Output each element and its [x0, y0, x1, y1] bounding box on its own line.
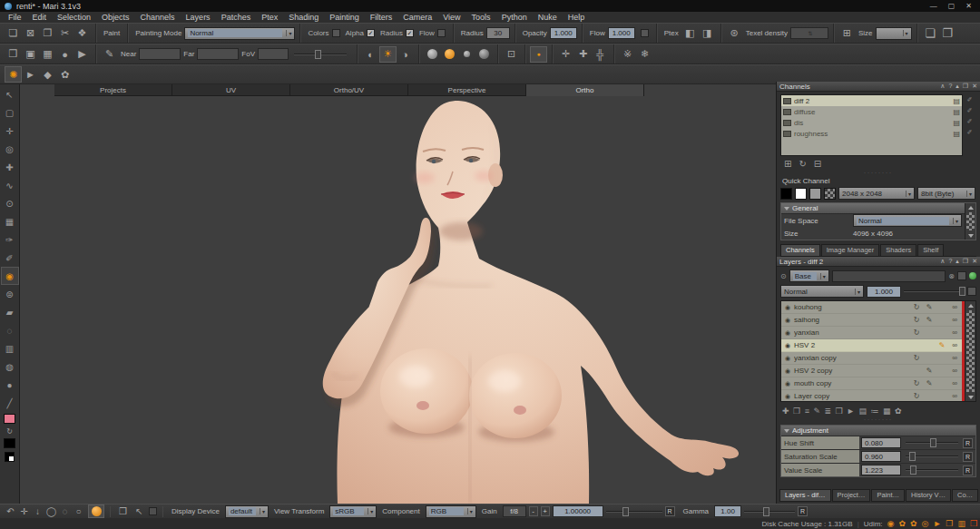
layer-cache-icon[interactable]: ↻ [911, 303, 922, 311]
blur-sphere-tool-icon[interactable]: ● [1, 376, 19, 394]
layer-visibility-icon[interactable]: ◉ [783, 304, 792, 311]
tab-project[interactable]: Project… [832, 489, 871, 502]
fov-slider[interactable] [294, 54, 347, 55]
layer-link-icon[interactable]: ∞ [949, 379, 960, 387]
tab-image-manager[interactable]: Image Manager [821, 244, 880, 256]
general-section-header[interactable]: General [781, 203, 965, 214]
remove-layer-icon[interactable]: ✿ [895, 407, 902, 416]
tab-shaders[interactable]: Shaders [880, 244, 916, 256]
radius-checkbox[interactable]: Radius [380, 29, 414, 37]
layer-row-mouth-copy[interactable]: ◉ mouth copy ↻ ✎ ✎ ∞ [781, 377, 962, 390]
minimize-button[interactable]: — [930, 2, 937, 10]
add-paint-layer-icon[interactable]: ✎ [813, 407, 820, 416]
channel-item-roughness[interactable]: roughness ▤ [781, 128, 962, 139]
layer-link-icon[interactable]: ∞ [949, 354, 960, 362]
adjustment-value-field[interactable]: 0.960 [861, 451, 901, 462]
default-colors-icon[interactable] [5, 452, 15, 462]
layer-paint-icon[interactable]: ✎ [924, 303, 935, 311]
3d-viewport[interactable]: ProjectsUVOrtho/UVPerspectiveOrtho [20, 84, 776, 504]
layer-link-icon[interactable]: ∞ [949, 316, 960, 324]
menu-item[interactable]: Ptex [256, 13, 283, 22]
full-lighting-icon[interactable]: ◑ [397, 46, 414, 63]
channel-item-diffuse[interactable]: diffuse ▤ [781, 106, 962, 117]
gamma-reset-button[interactable]: R [798, 506, 808, 516]
object-view-icon[interactable]: ● [56, 46, 74, 63]
fov-field[interactable] [258, 48, 289, 60]
panel-splitter[interactable]: ········ [777, 171, 980, 176]
size-dropdown[interactable] [876, 27, 912, 40]
gain-plus-button[interactable]: + [541, 506, 550, 516]
remove-channel-icon[interactable]: ⊟ [814, 159, 821, 171]
layer-cache-icon[interactable]: ↻ [911, 379, 922, 387]
adjustment-value-field[interactable]: 0.080 [861, 437, 901, 448]
tab-co[interactable]: Co… [952, 489, 978, 502]
blend-amount-slider[interactable] [904, 290, 965, 292]
radius-field[interactable]: 30 [486, 27, 510, 39]
object-hide-icon[interactable]: ◆ [39, 66, 56, 83]
status-alert-icon[interactable]: ❒ [970, 519, 977, 528]
shading-small-sphere-icon[interactable] [458, 46, 475, 63]
layer-row-yanxian[interactable]: ◉ yanxian ↻ ✎ ✎ ∞ [781, 327, 962, 339]
ptex-increase-icon[interactable]: ◧ [681, 25, 699, 42]
blend-advanced-button[interactable] [967, 287, 976, 296]
tab-channels[interactable]: Channels [780, 244, 820, 256]
layer-cache-icon[interactable]: ↻ [911, 316, 922, 324]
cut-tool-icon[interactable]: ✂ [56, 25, 74, 42]
close-button[interactable]: ✕ [965, 2, 972, 10]
menu-item[interactable]: Python [496, 13, 533, 22]
file-space-dropdown[interactable]: Normal [853, 214, 962, 227]
display-device-dropdown[interactable]: default [225, 505, 269, 518]
group-layers-icon[interactable]: ≔ [871, 407, 879, 416]
play-turntable-icon[interactable]: ▶ [74, 46, 91, 63]
shading-lit-sphere-icon[interactable] [441, 46, 458, 63]
menu-item[interactable]: Tools [466, 13, 496, 22]
quick-swatch-checker[interactable] [824, 188, 836, 200]
warp-tool-icon[interactable]: ∿ [1, 176, 19, 194]
status-paint-icon[interactable]: ◉ [887, 519, 895, 528]
layer-visibility-icon[interactable]: ◉ [783, 342, 792, 349]
opacity-field[interactable]: 1.000 [550, 27, 577, 39]
gain-field[interactable]: 1.00000 [553, 505, 603, 517]
close-project-icon[interactable]: ⊠ [22, 25, 39, 42]
menu-item[interactable]: Nuke [533, 13, 563, 22]
grid-warp-tool-icon[interactable]: ▦ [1, 212, 19, 230]
texel-density-field[interactable] [790, 27, 828, 39]
quick-swatch-white[interactable] [795, 188, 807, 200]
tab-shelf[interactable]: Shelf [917, 244, 944, 256]
reset-button[interactable]: R [963, 438, 973, 448]
layer-paint-icon[interactable]: ✎ [924, 379, 935, 387]
menu-item[interactable]: Layers [181, 13, 216, 22]
adjustment-slider[interactable] [906, 456, 958, 457]
flatten-layers-icon[interactable]: ▦ [883, 407, 891, 416]
menu-item[interactable]: Selection [52, 13, 96, 22]
marquee-select-tool-icon[interactable]: ▢ [1, 103, 19, 122]
layer-link-icon[interactable]: ∞ [949, 328, 960, 337]
roll-view-icon[interactable]: ○ [72, 505, 85, 518]
add-layer-icon[interactable]: ✚ [782, 407, 789, 416]
mirror-quad-icon[interactable]: ╬ [592, 46, 609, 63]
flow-checkbox[interactable]: Flow [419, 29, 446, 37]
menu-item[interactable]: Edit [27, 13, 53, 22]
alpha-checkbox[interactable]: Alpha [346, 29, 375, 37]
panel-pin-icon[interactable]: ▴ [956, 83, 959, 90]
quick-swatch-gray[interactable] [809, 188, 821, 200]
layer-row-yanxian-copy[interactable]: ◉ yanxian copy ↻ ✎ ✎ ∞ [781, 352, 962, 365]
scroll-down-icon[interactable] [968, 234, 974, 238]
layer-filter-input[interactable] [832, 270, 946, 282]
status-buffer-icon[interactable]: ❐ [946, 519, 953, 528]
adjustment-slider[interactable] [906, 469, 958, 471]
perspective-view-icon[interactable]: ❒ [5, 46, 22, 63]
layer-paint-icon[interactable]: ✎ [924, 316, 935, 324]
panel-pin-icon[interactable]: ▴ [956, 258, 959, 265]
layer-row-kouhong[interactable]: ◉ kouhong ↻ ✎ ✎ ∞ [781, 301, 962, 314]
tab-ortho-uv[interactable]: Ortho/UV [290, 84, 408, 96]
channel-item-diff2[interactable]: ✐ [967, 96, 973, 107]
panel-close-icon[interactable]: ✕ [972, 83, 977, 90]
menu-item[interactable]: Patches [216, 13, 257, 22]
shading-full-sphere-icon[interactable] [475, 46, 493, 63]
share-layer-icon[interactable]: ► [847, 407, 855, 416]
node-graph-icon[interactable]: ❖ [74, 25, 91, 42]
layer-link-icon[interactable]: ∞ [949, 367, 960, 375]
channel-item-dis[interactable]: ✐ [967, 118, 973, 129]
background-color-swatch[interactable] [4, 438, 15, 448]
